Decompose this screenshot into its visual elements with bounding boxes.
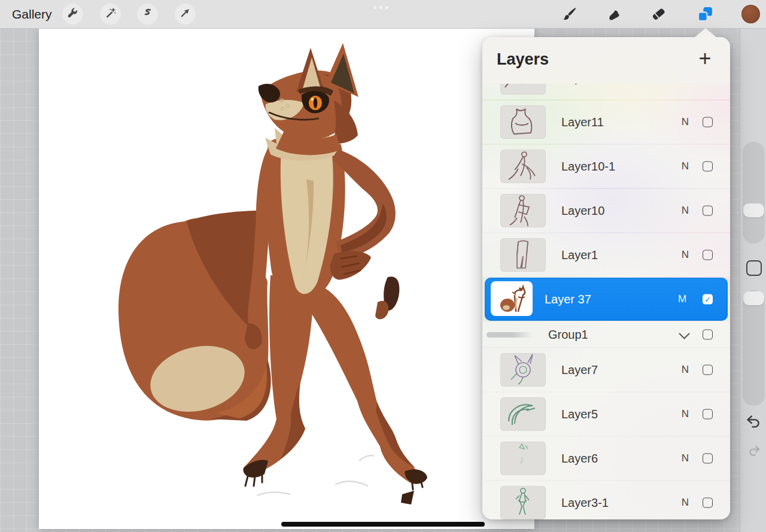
eraser-tool-button[interactable] [650, 5, 667, 23]
layer-name: Layer7 [561, 363, 598, 377]
color-swatch[interactable] [741, 5, 760, 23]
layer-name: Layer10-1 [561, 160, 615, 174]
green-faint-sketch-thumbnail[interactable] [500, 442, 546, 475]
blend-mode-badge[interactable]: N [678, 364, 692, 376]
blend-mode-badge[interactable]: N [678, 116, 692, 128]
pants-sketch-thumbnail[interactable] [500, 238, 546, 272]
layer-row-selected[interactable]: Layer 37M✓ [485, 278, 728, 321]
layers-icon [697, 14, 714, 25]
chevron-down-icon[interactable] [679, 332, 690, 342]
modify-button[interactable] [746, 260, 762, 276]
visibility-checkbox[interactable]: ✓ [703, 294, 713, 305]
visibility-checkbox[interactable] [703, 250, 713, 260]
group-indicator-bar [487, 332, 533, 338]
undo-button[interactable] [746, 414, 762, 430]
group-name: Group1 [548, 328, 588, 342]
workspace-background: Layer14NLayer11NLayer10-1NLayer10NLayer1… [0, 28, 766, 532]
green-figure-sketch-thumbnail[interactable] [500, 486, 546, 519]
blend-mode-badge[interactable]: N [678, 249, 692, 261]
visibility-checkbox[interactable] [703, 409, 713, 419]
layer-row[interactable]: Layer3-1N [482, 481, 730, 519]
layer-row[interactable]: Layer5N [482, 393, 730, 436]
blend-mode-badge[interactable]: N [678, 205, 692, 217]
drawing-canvas[interactable] [39, 28, 534, 529]
brush-opacity-slider[interactable] [743, 290, 765, 406]
figure-coat-sketch-thumbnail[interactable] [500, 194, 546, 227]
redo-icon [747, 449, 761, 460]
layer-row[interactable]: Layer10-1N [482, 145, 730, 188]
layer-row[interactable]: Layer11N [482, 101, 730, 144]
eraser-icon [650, 14, 667, 25]
layer-name: Layer10 [561, 204, 604, 218]
layer-name: Layer5 [561, 408, 598, 421]
checkmark-icon: ✓ [703, 294, 713, 305]
brush-opacity-slider-handle[interactable] [743, 291, 764, 305]
add-layer-button[interactable]: + [693, 45, 717, 72]
fabric-sketch-thumbnail[interactable] [500, 84, 546, 95]
brush-tool-button[interactable] [560, 5, 577, 23]
layer-row[interactable]: Layer6N [482, 437, 730, 480]
popover-arrow [694, 28, 717, 38]
visibility-checkbox[interactable] [703, 454, 713, 464]
smudge-icon [605, 14, 622, 25]
visibility-checkbox[interactable] [703, 498, 713, 508]
layers-panel-title: Layers [497, 50, 549, 69]
layer-row[interactable]: Layer14N [482, 84, 730, 99]
fox-painting-thumbnail[interactable] [491, 281, 533, 316]
magic-wand-icon [104, 6, 117, 22]
visibility-checkbox[interactable] [703, 330, 713, 340]
layer-name: Layer6 [561, 452, 598, 466]
blend-mode-badge[interactable]: N [678, 160, 692, 172]
green-curves-sketch-thumbnail[interactable] [500, 397, 546, 431]
multitasking-dots [373, 6, 388, 9]
transform-icon [178, 6, 192, 22]
sidebar [740, 28, 766, 532]
layer-name: Layer14 [561, 84, 604, 85]
actions-button[interactable] [62, 4, 83, 25]
figure-flow-sketch-thumbnail[interactable] [500, 150, 546, 183]
smudge-tool-button[interactable] [605, 5, 622, 23]
wrench-icon [66, 6, 80, 22]
fox-character-artwork [39, 28, 534, 529]
visibility-checkbox[interactable] [703, 206, 713, 216]
selection-icon [141, 6, 154, 22]
layer-row[interactable]: Layer7N [482, 348, 730, 391]
brush-size-slider[interactable] [743, 142, 765, 244]
layers-button-active[interactable] [697, 5, 714, 23]
visibility-checkbox[interactable] [703, 117, 713, 127]
layer-name: Layer 37 [545, 293, 591, 306]
blend-mode-badge[interactable]: N [678, 452, 692, 464]
visibility-checkbox[interactable] [703, 365, 713, 375]
layer-name: Layer1 [561, 248, 598, 262]
visibility-checkbox[interactable] [703, 162, 713, 172]
home-indicator[interactable] [281, 522, 485, 527]
blend-mode-badge[interactable]: M [675, 293, 689, 305]
top-toolbar: Gallery [0, 0, 766, 29]
brush-size-slider-handle[interactable] [743, 203, 764, 217]
transform-button[interactable] [175, 4, 196, 25]
blend-mode-badge[interactable]: N [678, 408, 692, 420]
layer-list: Layer14NLayer11NLayer10-1NLayer10NLayer1… [482, 37, 730, 519]
partially-scrolled-layer-row[interactable]: Layer14N [482, 84, 730, 99]
undo-icon [746, 422, 762, 432]
group-row[interactable]: Group1 [482, 322, 730, 347]
gallery-button[interactable]: Gallery [12, 0, 52, 28]
layers-panel-header: Layers + [482, 37, 730, 84]
redo-button[interactable] [747, 445, 761, 458]
selection-button[interactable] [137, 4, 158, 25]
layer-name: Layer11 [561, 115, 604, 129]
tank-top-sketch-thumbnail[interactable] [500, 105, 546, 139]
adjustments-button[interactable] [100, 4, 121, 25]
layer-name: Layer3-1 [561, 496, 609, 510]
layer-row[interactable]: Layer10N [482, 189, 730, 232]
fox-head-sketch-thumbnail[interactable] [500, 353, 546, 387]
layers-panel: Layer14NLayer11NLayer10-1NLayer10NLayer1… [482, 37, 730, 519]
blend-mode-badge[interactable]: N [678, 497, 692, 509]
layer-row[interactable]: Layer1N [482, 233, 730, 276]
brush-icon [560, 14, 577, 25]
